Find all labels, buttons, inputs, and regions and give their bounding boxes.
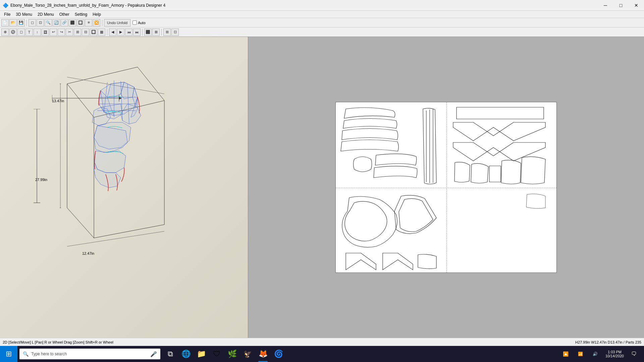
auto-label: Auto — [138, 21, 146, 25]
tb2-btn12[interactable]: 🔲 — [90, 28, 97, 36]
sep2 — [102, 19, 102, 26]
start-button[interactable]: ⊞ — [0, 346, 17, 362]
titlebar: 🔷 Ebony_Male_Torso_28_inches_foam_unfold… — [0, 0, 644, 11]
dim-width-bottom: 12.47in — [82, 251, 94, 255]
clock-time: 1:03 PM — [608, 350, 622, 354]
statusbar-left: 2D [Select/Move] L [Pan] R or Wheel Drag… — [3, 340, 113, 344]
menubar: File 3D Menu 2D Menu Other Setting Help — [0, 11, 644, 18]
tb-btn6[interactable]: ⬛ — [69, 19, 76, 26]
taskbar-app5[interactable]: 🌿 — [225, 346, 239, 362]
tb2-btn7[interactable]: ↩ — [50, 28, 57, 36]
arrow-height — [32, 109, 42, 206]
svg-marker-36 — [119, 97, 122, 100]
titlebar-controls: ─ □ ✕ — [598, 0, 644, 11]
taskbar-app8[interactable]: 🌀 — [271, 346, 286, 362]
taskbar-arrow-up[interactable]: 🔼 — [558, 346, 573, 362]
tb2-btn2[interactable]: 🔘 — [9, 28, 17, 36]
taskbar-edge[interactable]: 🌐 — [178, 346, 193, 362]
tb2-btn13[interactable]: ▦ — [98, 28, 105, 36]
paper-area — [335, 102, 557, 273]
toolbar2: ⊕ 🔘 ◻ T ↑ 🖼 ↩ ↪ ✂ ⊞ ⊟ 🔲 ▦ ◀ ▶ ⏮ ⏭ ⬛ ⊠ ⊞ … — [0, 27, 644, 37]
maximize-button[interactable]: □ — [613, 0, 629, 11]
new-button[interactable]: 📄 — [1, 19, 9, 26]
titlebar-left: 🔷 Ebony_Male_Torso_28_inches_foam_unfold… — [0, 3, 165, 8]
tb-btn3[interactable]: 🔍 — [45, 19, 52, 26]
tb2-btn15[interactable]: ▶ — [117, 28, 124, 36]
close-button[interactable]: ✕ — [629, 0, 644, 11]
pattern-svg — [336, 102, 557, 273]
taskbar-network[interactable]: 📶 — [573, 346, 588, 362]
taskbar-app6[interactable]: 🦅 — [240, 346, 255, 362]
sep3 — [107, 29, 107, 36]
auto-checkbox[interactable] — [132, 20, 137, 25]
tb2-btn10[interactable]: ⊞ — [74, 28, 81, 36]
save-button[interactable]: 💾 — [17, 19, 25, 26]
toolbar1: 📄 📂 💾 ◻ ⊡ 🔍 🔄 🔗 ⬛ 🔲 ✳ 🔀 Undo Unfold Auto — [0, 18, 644, 27]
tb2-btn8[interactable]: ↪ — [58, 28, 65, 36]
open-button[interactable]: 📂 — [9, 19, 17, 26]
clock-date: 10/14/2020 — [605, 354, 624, 358]
svg-marker-25 — [95, 151, 126, 173]
menu-help[interactable]: Help — [90, 11, 104, 18]
search-icon: 🔍 — [23, 351, 29, 357]
tb2-btn6[interactable]: 🖼 — [42, 28, 49, 36]
search-placeholder: Type here to search — [31, 352, 67, 356]
tb-btn8[interactable]: ✳ — [85, 19, 92, 26]
tb2-btn17[interactable]: ⏭ — [133, 28, 141, 36]
taskbar-search[interactable]: 🔍 Type here to search 🎤 — [19, 349, 160, 359]
taskbar-volume[interactable]: 🔊 — [588, 346, 603, 362]
svg-line-1 — [138, 67, 164, 101]
statusbar-right: H27.99in W12.47in D13.47in / Parts 235 — [575, 340, 641, 344]
taskbar-firefox[interactable]: 🦊 — [256, 346, 270, 362]
tb-btn7[interactable]: 🔲 — [77, 19, 84, 26]
minimize-button[interactable]: ─ — [598, 0, 613, 11]
tb2-btn3[interactable]: ◻ — [17, 28, 25, 36]
undo-unfold-button[interactable]: Undo Unfold — [104, 19, 130, 26]
tb-btn2[interactable]: ⊡ — [37, 19, 44, 26]
tb2-btn5[interactable]: ↑ — [34, 28, 41, 36]
tb2-btn4[interactable]: T — [25, 28, 33, 36]
svg-line-7 — [67, 208, 94, 238]
svg-line-0 — [67, 67, 138, 84]
menu-other[interactable]: Other — [57, 11, 72, 18]
tb-btn9[interactable]: 🔀 — [93, 19, 100, 26]
3d-view[interactable]: 13.47in 27.99in 12.47in — [0, 37, 248, 338]
tb-btn1[interactable]: ◻ — [29, 19, 36, 26]
menu-2d[interactable]: 2D Menu — [35, 11, 57, 18]
arrow-width-top — [52, 93, 126, 103]
taskbar: ⊞ 🔍 Type here to search 🎤 ⧉ 🌐 📁 🛡 🌿 🦅 🦊 — [0, 346, 644, 362]
taskbar-explorer[interactable]: 📁 — [194, 346, 209, 362]
2d-view[interactable] — [248, 37, 644, 338]
taskbar-clock[interactable]: 1:03 PM 10/14/2020 — [603, 346, 627, 362]
tb2-btn21[interactable]: ⊡ — [171, 28, 179, 36]
main-area: 13.47in 27.99in 12.47in — [0, 37, 644, 338]
taskbar-right: 🔼 📶 🔊 1:03 PM 10/14/2020 🗨 — [558, 346, 644, 362]
tb-btn5[interactable]: 🔗 — [61, 19, 68, 26]
taskbar-security[interactable]: 🛡 — [209, 346, 224, 362]
3d-model-svg — [34, 64, 208, 251]
menu-setting[interactable]: Setting — [72, 11, 90, 18]
sep5 — [161, 29, 162, 36]
app-icon: 🔷 — [3, 3, 8, 8]
mic-icon: 🎤 — [150, 351, 157, 357]
tb2-btn16[interactable]: ⏮ — [125, 28, 132, 36]
tb2-btn9[interactable]: ✂ — [66, 28, 73, 36]
tb2-btn14[interactable]: ◀ — [109, 28, 116, 36]
sep4 — [142, 29, 143, 36]
svg-line-13 — [67, 231, 164, 246]
tb2-btn19[interactable]: ⊠ — [152, 28, 160, 36]
menu-file[interactable]: File — [1, 11, 13, 18]
auto-checkbox-group: Auto — [132, 20, 146, 25]
start-icon: ⊞ — [6, 350, 12, 358]
tb-btn4[interactable]: 🔄 — [53, 19, 60, 26]
taskbar-taskview[interactable]: ⧉ — [163, 346, 178, 362]
taskbar-notification[interactable]: 🗨 — [627, 346, 641, 362]
menu-3d[interactable]: 3D Menu — [13, 11, 35, 18]
statusbar: 2D [Select/Move] L [Pan] R or Wheel Drag… — [0, 338, 644, 346]
titlebar-title: Ebony_Male_Torso_28_inches_foam_unfold_b… — [10, 3, 165, 8]
tb2-btn18[interactable]: ⬛ — [144, 28, 152, 36]
sep1 — [26, 19, 27, 26]
tb2-btn1[interactable]: ⊕ — [1, 28, 9, 36]
tb2-btn11[interactable]: ⊟ — [82, 28, 89, 36]
tb2-btn20[interactable]: ⊞ — [163, 28, 171, 36]
